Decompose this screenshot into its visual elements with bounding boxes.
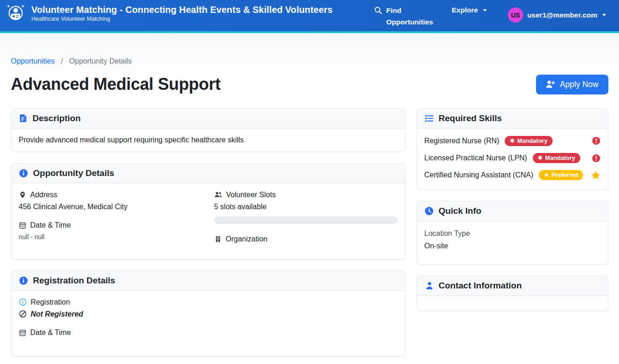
quick-info-card-header: Quick Info <box>417 201 608 221</box>
address-label-row: Address <box>19 191 202 199</box>
badge-label: Preferred <box>552 172 578 178</box>
preferred-badge: ★ Preferred <box>539 170 583 180</box>
registration-details-card: Registration Details Registration <box>11 270 406 357</box>
opportunity-details-card-title: Opportunity Details <box>33 168 114 178</box>
quick-info-card: Quick Info Location Type On-site <box>417 201 608 264</box>
nav-explore[interactable]: Explore <box>452 6 487 14</box>
address-value: 456 Clinical Avenue, Medical City <box>19 203 202 211</box>
slots-label-row: Volunteer Slots <box>214 191 398 199</box>
breadcrumb-opportunities-link[interactable]: Opportunities <box>11 57 55 65</box>
registration-status: Not Registered <box>31 310 83 318</box>
apply-now-label: Apply Now <box>560 80 599 89</box>
clock-icon <box>424 206 434 216</box>
chevron-down-icon <box>602 14 606 16</box>
person-plus-icon <box>546 80 555 89</box>
asterisk-icon: ✱ <box>538 155 543 161</box>
brand-logo-icon <box>6 3 26 23</box>
main-content: Opportunities / Opportunity Details Adva… <box>6 33 614 364</box>
location-type-label: Location Type <box>424 229 601 238</box>
exclamation-circle-icon <box>592 136 601 145</box>
contact-information-card-title: Contact Information <box>439 281 522 291</box>
slash-circle-icon <box>19 310 27 318</box>
details-left: Address 456 Clinical Avenue, Medical Cit… <box>19 191 202 250</box>
opportunity-details-card-header: Opportunity Details <box>12 164 405 183</box>
required-skills-card-title: Required Skills <box>439 113 502 123</box>
required-skills-card: Required Skills Registered Nurse (RN) ✱ … <box>417 108 608 190</box>
slots-label: Volunteer Slots <box>226 191 276 199</box>
calendar-icon <box>19 329 26 336</box>
slots-progress-bar <box>214 217 398 224</box>
apply-now-button[interactable]: Apply Now <box>536 75 608 94</box>
breadcrumb-separator: / <box>61 57 63 65</box>
person-icon <box>424 281 434 290</box>
skill-name: Certified Nursing Assistant (CNA) <box>424 171 534 179</box>
registration-datetime-label: Date & Time <box>30 329 71 337</box>
registration-label-row: Registration <box>19 298 398 306</box>
skill-name: Licensed Practical Nurse (LPN) <box>424 154 527 162</box>
organization-label-row: Organization <box>214 235 398 243</box>
navbar: Volunteer Matching - Connecting Health E… <box>0 0 619 33</box>
badge-label: Mandatory <box>545 155 576 161</box>
skill-row: Licensed Practical Nurse (LPN) ✱ Mandato… <box>424 153 601 163</box>
building-icon <box>214 235 222 243</box>
skill-row: Certified Nursing Assistant (CNA) ★ Pref… <box>424 170 601 180</box>
datetime-label-row: Date & Time <box>19 221 202 229</box>
datetime-value: null - null <box>19 233 202 241</box>
page-title: Advanced Medical Support <box>11 75 221 94</box>
skill-name: Registered Nurse (RN) <box>424 137 500 145</box>
contact-information-body <box>417 296 608 311</box>
asterisk-icon: ✱ <box>510 138 515 144</box>
exclamation-circle-icon <box>592 154 601 163</box>
mandatory-badge: ✱ Mandatory <box>505 136 553 146</box>
right-column: Required Skills Registered Nurse (RN) ✱ … <box>417 108 608 323</box>
chevron-down-icon <box>483 9 487 12</box>
badge-label: Mandatory <box>517 138 548 144</box>
star-fill-icon <box>591 170 601 180</box>
brand-subtitle: Healthcare Volunteer Matching <box>31 16 333 22</box>
title-row: Advanced Medical Support Apply Now <box>11 75 608 94</box>
file-text-icon <box>19 114 28 123</box>
slots-value: 5 slots available <box>214 203 398 211</box>
datetime-label: Date & Time <box>30 221 71 229</box>
registration-details-card-title: Registration Details <box>33 276 115 286</box>
registration-label: Registration <box>31 298 70 306</box>
description-card-title: Description <box>33 113 81 123</box>
organization-label: Organization <box>226 235 268 243</box>
location-type-value: On-site <box>424 242 601 250</box>
user-email: user1@member.com <box>527 11 597 19</box>
opportunity-details-card: Opportunity Details Address 456 Clin <box>11 163 406 259</box>
left-column: Description Provide advanced medical sup… <box>11 108 406 364</box>
quick-info-card-title: Quick Info <box>439 206 482 216</box>
info-circle-icon <box>19 169 28 178</box>
description-card-header: Description <box>12 109 405 129</box>
address-label: Address <box>30 191 58 199</box>
info-outline-icon <box>19 298 27 306</box>
registration-status-row: Not Registered <box>19 310 398 318</box>
info-circle-icon <box>19 276 28 285</box>
search-icon <box>374 5 382 14</box>
description-text: Provide advanced medical support requiri… <box>19 136 398 144</box>
avatar: US <box>508 7 523 23</box>
breadcrumb: Opportunities / Opportunity Details <box>11 57 608 65</box>
brand-link[interactable]: Volunteer Matching - Connecting Health E… <box>6 3 333 23</box>
people-icon <box>214 191 222 199</box>
required-skills-card-header: Required Skills <box>417 109 608 129</box>
contact-information-card-header: Contact Information <box>417 276 608 296</box>
description-card: Description Provide advanced medical sup… <box>11 108 406 152</box>
nav-find-opportunities[interactable]: Find Opportunities <box>374 5 430 28</box>
breadcrumb-current: Opportunity Details <box>69 57 132 65</box>
brand-title: Volunteer Matching - Connecting Health E… <box>31 5 333 15</box>
registration-datetime-row: Date & Time <box>19 329 398 337</box>
user-menu[interactable]: US user1@member.com <box>508 7 606 23</box>
geo-pin-icon <box>19 191 26 199</box>
skill-row: Registered Nurse (RN) ✱ Mandatory <box>424 136 601 146</box>
mandatory-badge: ✱ Mandatory <box>533 153 581 163</box>
navbar-links: Find Opportunities Explore US user1@memb… <box>374 3 606 28</box>
list-check-icon <box>424 114 434 123</box>
star-icon: ★ <box>544 172 549 178</box>
nav-explore-label: Explore <box>452 6 478 14</box>
details-right: Volunteer Slots 5 slots available <box>214 191 398 250</box>
contact-information-card: Contact Information <box>417 276 608 311</box>
calendar-icon <box>19 222 26 229</box>
nav-find-label: Find Opportunities <box>386 5 433 28</box>
